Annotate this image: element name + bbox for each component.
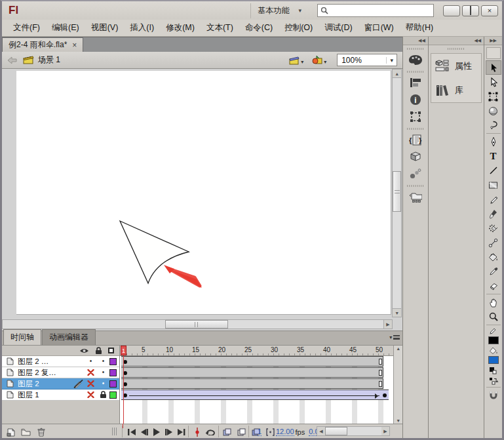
close-button[interactable]: × — [481, 5, 498, 16]
frame-span-row[interactable] — [120, 378, 393, 390]
collapse-dock-button[interactable]: ◀◀ — [429, 37, 484, 45]
tab-timeline[interactable]: 时间轴 — [3, 329, 41, 345]
layer-hidden-x-icon[interactable] — [87, 380, 94, 387]
panel-menu-button[interactable]: ▾ — [389, 334, 400, 340]
play-button[interactable] — [150, 426, 163, 437]
menu-view[interactable]: 视图(V) — [85, 20, 125, 36]
fill-color-swatch[interactable] — [486, 355, 501, 365]
current-frame-value[interactable]: 1 — [258, 428, 262, 436]
frame-rate-value[interactable]: 12.00 — [276, 428, 294, 436]
delete-layer-button[interactable] — [35, 426, 47, 437]
layer-name[interactable]: 图层 2 — [18, 379, 72, 389]
edit-symbols-button[interactable]: ▾ — [310, 54, 328, 66]
library-panel-button[interactable]: 库 — [431, 78, 481, 102]
layer-locked-icon[interactable] — [100, 391, 107, 399]
workspace-switcher-button[interactable]: 基本功能 ▾ — [250, 3, 308, 18]
layer-name[interactable]: 图层 1 — [18, 390, 72, 400]
transform-panel-button[interactable] — [406, 108, 425, 125]
expand-tools-button[interactable]: ▶▶ — [484, 37, 502, 45]
spray-brush-tool[interactable] — [486, 221, 501, 235]
go-to-first-frame-button[interactable] — [125, 426, 138, 437]
layer-hidden-x-icon[interactable] — [87, 369, 94, 376]
tab-close-icon[interactable]: × — [72, 41, 77, 50]
layer-unlocked-dot[interactable]: • — [102, 358, 105, 365]
stroke-color-swatch[interactable] — [486, 335, 501, 346]
dock-grip[interactable] — [407, 185, 424, 187]
line-tool[interactable] — [486, 163, 501, 178]
motion-presets-panel-button[interactable] — [406, 165, 425, 182]
lock-all-layers-icon[interactable] — [95, 347, 102, 355]
layer-outline-color-swatch[interactable] — [109, 391, 117, 399]
default-colors-button[interactable] — [486, 365, 501, 376]
layer-unlocked-dot[interactable]: • — [102, 369, 105, 376]
scroll-up-icon[interactable]: ▲ — [393, 70, 401, 78]
timeline-horizontal-scrollbar[interactable]: ◀ ▶ — [317, 426, 390, 436]
project-panel-button[interactable] — [406, 188, 425, 205]
layer-visible-dot[interactable]: • — [90, 358, 92, 365]
scroll-right-icon[interactable]: ▶ — [383, 320, 392, 329]
layer-name[interactable]: 图层 2 复… — [18, 368, 72, 378]
properties-panel-button[interactable]: 属性 — [431, 54, 481, 78]
step-forward-button[interactable] — [163, 426, 175, 437]
document-tab[interactable]: 例2-4 雨和伞.fla* × — [2, 37, 83, 52]
eraser-tool[interactable] — [486, 279, 501, 293]
scroll-down-icon[interactable]: ▼ — [393, 308, 401, 317]
code-snippets-panel-button[interactable]: {} — [406, 131, 425, 148]
menu-help[interactable]: 帮助(H) — [400, 20, 439, 36]
modify-markers-button[interactable] — [264, 426, 277, 437]
scrollbar-thumb[interactable] — [325, 427, 347, 435]
scrollbar-thumb[interactable] — [165, 320, 228, 329]
scroll-up-icon[interactable]: ▲ — [394, 346, 402, 351]
frames-area[interactable]: 1 5 10 15 20 25 30 35 40 45 50 — [120, 346, 393, 424]
text-tool[interactable]: T — [486, 149, 501, 163]
layer-row[interactable]: 图层 1 — [2, 390, 119, 401]
new-layer-button[interactable] — [5, 426, 17, 437]
canvas-horizontal-scrollbar[interactable]: ▶ — [2, 319, 393, 329]
static-frame-span[interactable] — [121, 367, 383, 378]
search-box[interactable] — [317, 4, 434, 17]
static-frame-span[interactable] — [121, 378, 383, 389]
menu-control[interactable]: 控制(O) — [279, 20, 319, 36]
menu-debug[interactable]: 调试(D) — [319, 20, 358, 36]
zoom-tool[interactable] — [486, 310, 501, 324]
dock-grip[interactable] — [407, 128, 424, 130]
center-frame-button[interactable] — [191, 426, 203, 437]
menu-file[interactable]: 文件(F) — [7, 20, 46, 36]
menu-modify[interactable]: 修改(M) — [160, 20, 201, 36]
edit-scene-button[interactable]: ▾ — [288, 55, 305, 66]
stage-canvas[interactable]: ▲ ▼ ▶ — [2, 69, 402, 330]
pen-tool[interactable] — [486, 134, 501, 149]
pencil-tool[interactable] — [486, 192, 501, 207]
divider-grip[interactable] — [112, 428, 117, 435]
timeline-vertical-scrollbar[interactable]: ▲ ▼ — [393, 346, 402, 424]
color-panel-button[interactable] — [406, 51, 425, 68]
rectangle-tool[interactable] — [486, 178, 501, 192]
tools-drag-area[interactable] — [486, 47, 501, 59]
subselection-tool[interactable] — [486, 75, 501, 89]
swap-colors-button[interactable] — [486, 376, 501, 386]
selection-tool[interactable] — [486, 60, 501, 75]
classic-tween-span[interactable] — [121, 390, 389, 400]
paint-bucket-tool[interactable] — [486, 250, 501, 264]
frame-span-row[interactable] — [120, 367, 393, 378]
layer-outline-color-swatch[interactable] — [109, 358, 117, 365]
menu-text[interactable]: 文本(T) — [201, 20, 239, 36]
layer-outline-color-swatch[interactable] — [109, 380, 117, 388]
onion-skin-button[interactable] — [221, 426, 233, 437]
show-outlines-all-icon[interactable] — [108, 348, 114, 353]
layer-row[interactable]: 图层 2 … • • — [2, 356, 119, 367]
layer-row[interactable]: 图层 2 复… • — [2, 367, 119, 378]
menu-window[interactable]: 窗口(W) — [359, 20, 400, 36]
layer-name[interactable]: 图层 2 … — [18, 357, 72, 367]
bone-tool[interactable] — [486, 235, 501, 250]
search-input[interactable] — [328, 5, 434, 16]
dock-grip[interactable] — [407, 48, 424, 50]
hand-tool[interactable] — [486, 295, 501, 310]
layer-row-selected[interactable]: 图层 2 • — [2, 378, 119, 390]
go-to-last-frame-button[interactable] — [175, 426, 187, 437]
align-panel-button[interactable] — [406, 74, 425, 91]
tab-motion-editor[interactable]: 动画编辑器 — [42, 329, 96, 345]
layer-hidden-x-icon[interactable] — [87, 391, 94, 398]
playhead-frame-number[interactable]: 1 — [121, 346, 126, 355]
frame-ruler[interactable]: 1 5 10 15 20 25 30 35 40 45 50 — [120, 346, 393, 356]
